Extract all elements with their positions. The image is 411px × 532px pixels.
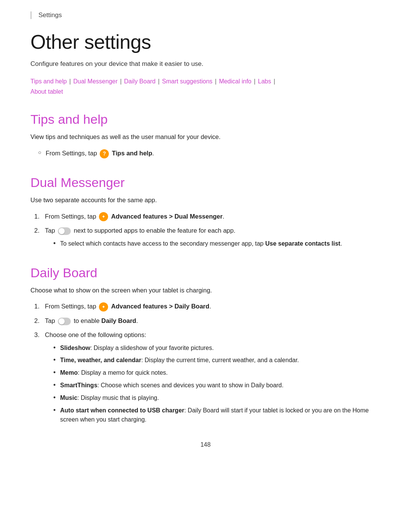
daily-step-3: Choose one of the following options: Sli…	[34, 330, 381, 425]
daily-step-1: From Settings, tap Advanced features > D…	[34, 302, 381, 312]
page-container: Settings Other settings Configure featur…	[0, 0, 411, 532]
nav-link-about[interactable]: About tablet	[30, 88, 63, 95]
dual-step-2: Tap next to supported apps to enable the…	[34, 226, 381, 249]
page-title: Other settings	[30, 30, 381, 53]
breadcrumb-text: Settings	[38, 11, 62, 19]
breadcrumb: Settings	[30, 11, 381, 19]
nav-link-labs[interactable]: Labs	[258, 78, 271, 85]
daily-options-list: Slideshow: Display a slideshow of your f…	[53, 343, 381, 425]
section-desc-daily: Choose what to show on the screen when y…	[30, 286, 381, 295]
advanced-features-icon-1	[99, 212, 108, 221]
page-number: 148	[30, 441, 381, 448]
toggle-icon-2	[58, 318, 71, 325]
nav-link-tips[interactable]: Tips and help	[30, 78, 67, 85]
nav-link-medical[interactable]: Medical info	[219, 78, 251, 85]
advanced-features-icon-2	[99, 302, 108, 312]
nav-link-daily[interactable]: Daily Board	[124, 78, 156, 85]
dual-steps-list: From Settings, tap Advanced features > D…	[34, 212, 381, 249]
dual-sub-step-1: To select which contacts have access to …	[53, 239, 381, 249]
section-desc-dual: Use two separate accounts for the same a…	[30, 195, 381, 205]
daily-option-memo: Memo: Display a memo for quick notes.	[53, 368, 381, 378]
daily-option-smartthings: SmartThings: Choose which scenes and dev…	[53, 381, 381, 390]
daily-option-time-weather: Time, weather, and calendar: Display the…	[53, 356, 381, 365]
dual-sub-list: To select which contacts have access to …	[53, 239, 381, 249]
nav-link-smart[interactable]: Smart suggestions	[162, 78, 213, 85]
tips-steps-list: From Settings, tap Tips and help.	[38, 149, 381, 158]
section-title-tips: Tips and help	[30, 112, 381, 127]
daily-step-2: Tap to enable Daily Board.	[34, 316, 381, 326]
nav-links: Tips and help | Dual Messenger | Daily B…	[30, 76, 381, 97]
daily-steps-list: From Settings, tap Advanced features > D…	[34, 302, 381, 425]
tips-icon	[100, 149, 109, 158]
daily-option-slideshow: Slideshow: Display a slideshow of your f…	[53, 343, 381, 353]
section-dual-messenger: Dual Messenger Use two separate accounts…	[30, 175, 381, 249]
dual-step-1: From Settings, tap Advanced features > D…	[34, 212, 381, 222]
daily-option-auto-start: Auto start when connected to USB charger…	[53, 406, 381, 425]
section-title-daily: Daily Board	[30, 265, 381, 280]
section-desc-tips: View tips and techniques as well as the …	[30, 132, 381, 142]
daily-option-music: Music: Display music that is playing.	[53, 393, 381, 403]
toggle-icon-1	[58, 227, 71, 235]
tips-step-1: From Settings, tap Tips and help.	[38, 149, 381, 158]
page-subtitle: Configure features on your device that m…	[30, 60, 381, 68]
section-title-dual: Dual Messenger	[30, 175, 381, 190]
section-tips-and-help: Tips and help View tips and techniques a…	[30, 112, 381, 158]
nav-link-dual[interactable]: Dual Messenger	[73, 78, 118, 85]
section-daily-board: Daily Board Choose what to show on the s…	[30, 265, 381, 425]
